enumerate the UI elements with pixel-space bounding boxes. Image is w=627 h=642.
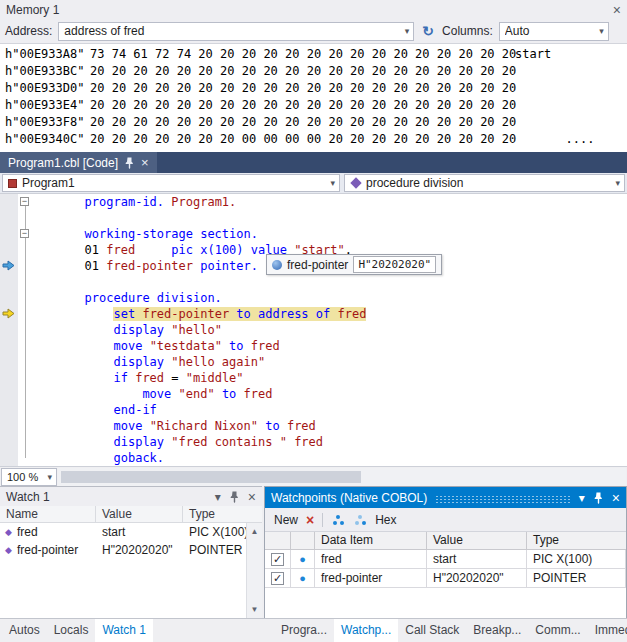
code-line[interactable]: end-if: [34, 402, 627, 418]
pin-icon[interactable]: [125, 157, 134, 169]
pin-icon[interactable]: [230, 491, 239, 503]
watchpoints-title-bar[interactable]: Watchpoints (Native COBOL) ▾ ×: [265, 487, 626, 508]
outlining-margin[interactable]: −−: [18, 194, 34, 466]
bottom-tab-locals[interactable]: Locals: [47, 619, 96, 642]
chevron-down-icon[interactable]: ▾: [45, 472, 54, 482]
watch-scrollbar[interactable]: ▲ ▼: [246, 523, 262, 618]
code-line[interactable]: display "hello": [34, 322, 627, 338]
window-position-icon[interactable]: ▾: [579, 492, 585, 504]
code-line[interactable]: program-id. Program1.: [34, 194, 627, 210]
horizontal-scrollbar[interactable]: [58, 468, 626, 486]
chevron-down-icon[interactable]: ▾: [403, 26, 412, 36]
watch-value-cell: H"20202020": [96, 543, 183, 557]
pin-icon[interactable]: [594, 492, 603, 504]
code-line[interactable]: move "end" to fred: [34, 386, 627, 402]
bottom-tab-autos[interactable]: Autos: [2, 619, 47, 642]
code-line[interactable]: move "Richard Nixon" to fred: [34, 418, 627, 434]
watchpoint-dataitem-cell: fred: [315, 550, 427, 568]
refresh-icon[interactable]: ↻: [420, 23, 436, 39]
watch-column-header-name[interactable]: Name: [0, 506, 96, 522]
delete-watchpoint-icon[interactable]: ×: [306, 513, 314, 527]
watchpoints-column-header-type[interactable]: Type: [527, 532, 626, 549]
data-item-icon: ◆: [5, 545, 12, 555]
close-icon[interactable]: ×: [613, 3, 621, 17]
scrollbar-thumb[interactable]: [61, 471, 361, 483]
navigate-arrow-icon[interactable]: [2, 260, 15, 274]
memory-row[interactable]: h"00E933BC"20 20 20 20 20 20 20 20 20 20…: [5, 63, 627, 80]
enable-watchpoints-icon[interactable]: [331, 513, 345, 527]
watch-row[interactable]: ◆fredstartPIC X(100): [0, 523, 246, 541]
new-watchpoint-button[interactable]: New: [274, 513, 298, 527]
scroll-down-icon[interactable]: ▼: [247, 605, 262, 614]
memory-title-bar[interactable]: Memory 1 ×: [0, 0, 627, 19]
watch-row[interactable]: ◆fred-pointerH"20202020"POINTER: [0, 541, 246, 559]
code-pane[interactable]: program-id. Program1. working-storage se…: [34, 194, 627, 466]
bottom-tab-watch-1[interactable]: Watch 1: [95, 619, 153, 642]
code-line[interactable]: display "hello again": [34, 354, 627, 370]
memory-ascii: ....: [515, 132, 594, 146]
bottom-tab-watchp[interactable]: Watchp...: [334, 619, 398, 642]
bottom-tab-call-stack[interactable]: Call Stack: [398, 619, 466, 642]
watchpoint-row[interactable]: ✓●fredstartPIC X(100): [265, 550, 626, 569]
code-line[interactable]: set fred-pointer to address of fred: [34, 306, 627, 322]
breakpoint-margin[interactable]: [0, 194, 18, 466]
hex-toggle-button[interactable]: Hex: [375, 513, 396, 527]
code-line[interactable]: move "testdata" to fred: [34, 338, 627, 354]
code-line[interactable]: if fred = "middle": [34, 370, 627, 386]
collapse-region-icon[interactable]: −: [20, 197, 29, 206]
code-token: [236, 387, 243, 401]
datatip-value[interactable]: H"20202020": [353, 256, 436, 273]
code-token: fred: [244, 387, 273, 401]
data-item-icon: [272, 260, 282, 270]
chevron-down-icon[interactable]: ▾: [328, 178, 337, 188]
watchpoint-row[interactable]: ✓●fred-pointerH"20202020"POINTER: [265, 569, 626, 588]
memory-address: h"00E933D0": [5, 80, 90, 97]
watch-column-header-value[interactable]: Value: [96, 506, 183, 522]
window-position-icon[interactable]: ▾: [215, 491, 221, 503]
collapse-region-icon[interactable]: −: [20, 229, 29, 238]
watch-title-bar[interactable]: Watch 1 ▾ ×: [0, 487, 262, 506]
memory-row[interactable]: h"00E9340C"20 20 20 20 20 20 20 00 00 00…: [5, 131, 627, 148]
program-icon: [8, 179, 17, 188]
zoom-combo[interactable]: 100 % ▾: [1, 468, 57, 486]
code-line[interactable]: display "fred contains " fred: [34, 434, 627, 450]
bottom-tab-immedi[interactable]: Immedi...: [588, 619, 627, 642]
members-dropdown[interactable]: procedure division ▾: [344, 174, 625, 192]
scroll-up-icon[interactable]: ▲: [247, 527, 262, 536]
memory-rows[interactable]: h"00E933A8"73 74 61 72 74 20 20 20 20 20…: [0, 44, 627, 152]
bottom-tab-progra[interactable]: Progra...: [274, 619, 334, 642]
bottom-tab-breakp[interactable]: Breakp...: [466, 619, 528, 642]
chevron-down-icon[interactable]: ▾: [613, 178, 622, 188]
watchpoints-column-header-value[interactable]: Value: [427, 532, 527, 549]
close-icon[interactable]: ×: [141, 155, 149, 170]
code-line[interactable]: working-storage section.: [34, 226, 627, 242]
watchpoints-column-header-data-item[interactable]: Data Item: [315, 532, 427, 549]
code-line[interactable]: procedure division.: [34, 290, 627, 306]
code-token: [135, 243, 171, 257]
code-line[interactable]: [34, 210, 627, 226]
types-dropdown[interactable]: Program1 ▾: [2, 174, 340, 192]
memory-row[interactable]: h"00E933F8"20 20 20 20 20 20 20 20 20 20…: [5, 114, 627, 131]
tab-program1-cbl[interactable]: Program1.cbl [Code] ×: [0, 152, 157, 173]
bottom-tab-comm[interactable]: Comm...: [528, 619, 587, 642]
close-icon[interactable]: ×: [248, 490, 256, 504]
code-token: fred-pointer: [142, 307, 229, 321]
checkbox-icon[interactable]: ✓: [271, 553, 284, 566]
checkbox-icon[interactable]: ✓: [271, 572, 284, 585]
memory-row[interactable]: h"00E933E4"20 20 20 20 20 20 20 20 20 20…: [5, 97, 627, 114]
code-line[interactable]: goback.: [34, 450, 627, 466]
code-line[interactable]: [34, 274, 627, 290]
current-statement-arrow-icon[interactable]: [2, 308, 15, 322]
address-combo[interactable]: address of fred ▾: [58, 22, 414, 41]
code-token: [34, 419, 113, 433]
memory-row[interactable]: h"00E933A8"73 74 61 72 74 20 20 20 20 20…: [5, 46, 627, 63]
close-icon[interactable]: ×: [612, 491, 620, 505]
chevron-down-icon[interactable]: ▾: [597, 26, 606, 36]
memory-address: h"00E933A8": [5, 46, 90, 63]
watch-column-header-type[interactable]: Type: [183, 506, 262, 522]
data-item-icon: ◆: [5, 527, 12, 537]
datatip[interactable]: fred-pointer H"20202020": [266, 254, 442, 275]
columns-combo[interactable]: Auto ▾: [499, 22, 609, 41]
disable-watchpoints-icon[interactable]: [353, 513, 367, 527]
memory-row[interactable]: h"00E933D0"20 20 20 20 20 20 20 20 20 20…: [5, 80, 627, 97]
